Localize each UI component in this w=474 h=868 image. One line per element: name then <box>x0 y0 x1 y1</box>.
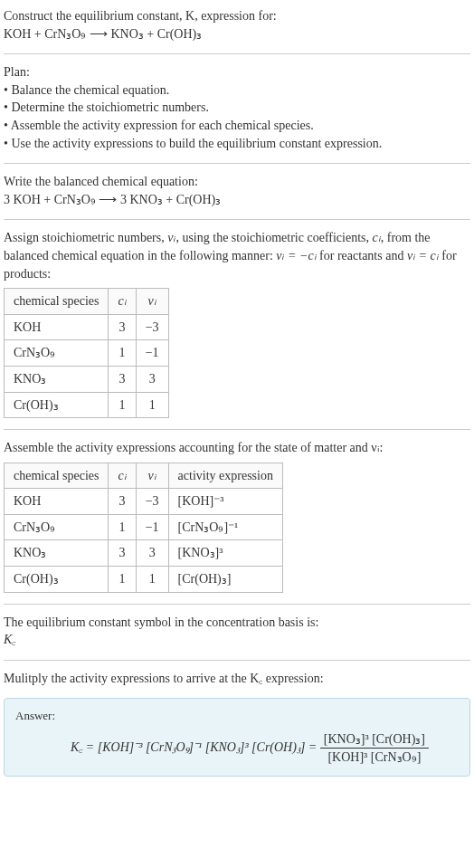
table-row: KOH 3 −3 [KOH]⁻³ <box>5 489 283 515</box>
balanced-equation: 3 KOH + CrN₃O₉ ⟶ 3 KNO₃ + Cr(OH)₃ <box>4 191 470 209</box>
cell-expr: [CrN₃O₉]⁻¹ <box>168 514 282 540</box>
table-row: Cr(OH)₃ 1 1 <box>5 392 169 418</box>
table-header-row: chemical species cᵢ νᵢ <box>5 289 169 315</box>
divider <box>4 53 470 54</box>
cell-ci: 3 <box>109 314 136 340</box>
stoich-table: chemical species cᵢ νᵢ KOH 3 −3 CrN₃O₉ 1… <box>4 288 169 418</box>
cell-species: KNO₃ <box>5 540 109 567</box>
fraction-numerator: [KNO₃]³ [Cr(OH)₃] <box>320 730 429 749</box>
cell-species: CrN₃O₉ <box>5 514 109 540</box>
multiply-section: Mulitply the activity expressions to arr… <box>4 670 470 688</box>
plan-item: Assemble the activity expression for eac… <box>4 117 470 135</box>
plan-list: Balance the chemical equation. Determine… <box>4 81 470 152</box>
rel2: νᵢ = cᵢ <box>407 249 439 262</box>
cell-ci: 1 <box>109 392 136 418</box>
cell-vi: 3 <box>136 540 168 567</box>
cell-ci: 3 <box>109 366 136 392</box>
answer-lhs: K꜀ = [KOH]⁻³ [CrN₃O₉]⁻¹ [KNO₃]³ [Cr(OH)₃… <box>71 740 320 754</box>
col-species: chemical species <box>5 289 109 315</box>
activity-intro: Assemble the activity expressions accoun… <box>4 439 470 457</box>
cell-ci: 3 <box>109 540 136 567</box>
col-vi: νᵢ <box>136 463 168 489</box>
cell-species: CrN₃O₉ <box>5 340 109 367</box>
cell-expr: [KOH]⁻³ <box>168 489 282 515</box>
cell-vi: −3 <box>136 314 168 340</box>
divider <box>4 429 470 430</box>
divider <box>4 604 470 605</box>
answer-box: Answer: K꜀ = [KOH]⁻³ [CrN₃O₉]⁻¹ [KNO₃]³ … <box>4 698 470 776</box>
text: for reactants and <box>317 249 407 262</box>
cell-ci: 1 <box>109 340 136 367</box>
cell-species: Cr(OH)₃ <box>5 392 109 418</box>
unbalanced-equation: KOH + CrN₃O₉ ⟶ KNO₃ + Cr(OH)₃ <box>4 25 470 43</box>
plan-section: Plan: Balance the chemical equation. Det… <box>4 63 470 152</box>
cell-vi: 1 <box>136 392 168 418</box>
table-header-row: chemical species cᵢ νᵢ activity expressi… <box>5 463 283 489</box>
cell-species: KOH <box>5 314 109 340</box>
table-row: CrN₃O₉ 1 −1 [CrN₃O₉]⁻¹ <box>5 514 283 540</box>
col-vi: νᵢ <box>136 289 168 315</box>
answer-fraction: [KNO₃]³ [Cr(OH)₃] [KOH]³ [CrN₃O₉] <box>320 730 429 767</box>
cell-expr: [Cr(OH)₃] <box>168 567 282 593</box>
cell-ci: 3 <box>109 489 136 515</box>
multiply-intro: Mulitply the activity expressions to arr… <box>4 670 470 688</box>
col-ci: cᵢ <box>109 289 136 315</box>
activity-section: Assemble the activity expressions accoun… <box>4 439 470 593</box>
cell-expr: [KNO₃]³ <box>168 540 282 567</box>
divider <box>4 660 470 661</box>
stoich-section: Assign stoichiometric numbers, νᵢ, using… <box>4 229 470 418</box>
table-row: CrN₃O₉ 1 −1 <box>5 340 169 367</box>
plan-item: Determine the stoichiometric numbers. <box>4 99 470 117</box>
kc-symbol-section: The equilibrium constant symbol in the c… <box>4 614 470 649</box>
cell-ci: 1 <box>109 514 136 540</box>
plan-title: Plan: <box>4 63 470 81</box>
cell-ci: 1 <box>109 567 136 593</box>
balanced-section: Write the balanced chemical equation: 3 … <box>4 173 470 208</box>
var-ci: cᵢ <box>373 231 381 244</box>
plan-item: Balance the chemical equation. <box>4 81 470 100</box>
col-ci: cᵢ <box>109 463 136 489</box>
cell-species: KNO₃ <box>5 366 109 392</box>
table-row: KOH 3 −3 <box>5 314 169 340</box>
divider <box>4 163 470 164</box>
rel1: νᵢ = −cᵢ <box>276 249 316 262</box>
text: , using the stoichiometric coefficients, <box>175 231 372 244</box>
cell-species: Cr(OH)₃ <box>5 567 109 593</box>
text: Assign stoichiometric numbers, <box>4 231 167 244</box>
answer-expression: K꜀ = [KOH]⁻³ [CrN₃O₉]⁻¹ [KNO₃]³ [Cr(OH)₃… <box>15 730 459 767</box>
divider <box>4 219 470 220</box>
plan-item: Use the activity expressions to build th… <box>4 135 470 153</box>
prompt-section: Construct the equilibrium constant, K, e… <box>4 7 470 43</box>
cell-vi: −1 <box>136 340 168 367</box>
answer-label: Answer: <box>15 708 459 724</box>
table-row: KNO₃ 3 3 [KNO₃]³ <box>5 540 283 567</box>
cell-vi: 3 <box>136 366 168 392</box>
kc-symbol-intro: The equilibrium constant symbol in the c… <box>4 614 470 632</box>
kc-symbol: K꜀ <box>4 631 470 649</box>
balanced-intro: Write the balanced chemical equation: <box>4 173 470 191</box>
table-row: KNO₃ 3 3 <box>5 366 169 392</box>
col-species: chemical species <box>5 463 109 489</box>
cell-vi: 1 <box>136 567 168 593</box>
col-expr: activity expression <box>168 463 282 489</box>
table-row: Cr(OH)₃ 1 1 [Cr(OH)₃] <box>5 567 283 593</box>
stoich-intro: Assign stoichiometric numbers, νᵢ, using… <box>4 229 470 282</box>
fraction-denominator: [KOH]³ [CrN₃O₉] <box>320 749 429 767</box>
activity-table: chemical species cᵢ νᵢ activity expressi… <box>4 463 283 593</box>
cell-vi: −1 <box>136 514 168 540</box>
cell-species: KOH <box>5 489 109 515</box>
cell-vi: −3 <box>136 489 168 515</box>
prompt-line1: Construct the equilibrium constant, K, e… <box>4 7 470 25</box>
